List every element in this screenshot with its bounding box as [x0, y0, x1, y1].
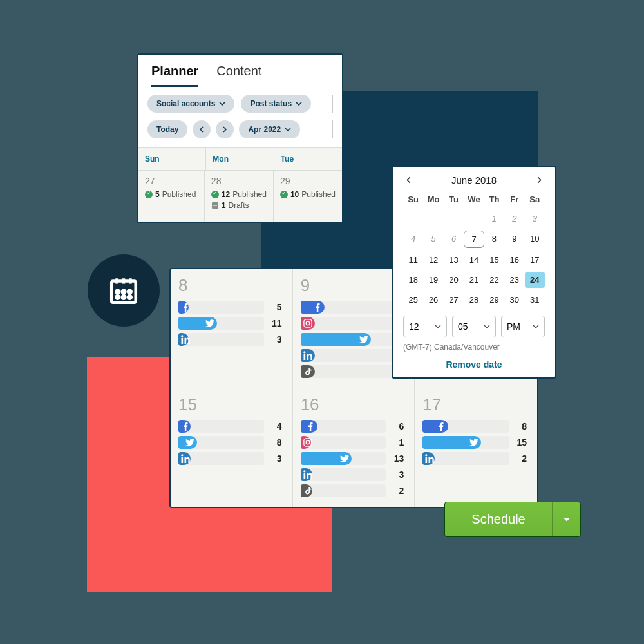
post-bar-fb[interactable]: 8	[422, 420, 529, 433]
dp-day[interactable]: 8	[484, 231, 504, 248]
post-bar-tk[interactable]: 2	[301, 484, 407, 497]
prev-button[interactable]	[193, 120, 211, 138]
tw-icon	[340, 454, 349, 463]
dp-day[interactable]: 29	[484, 292, 504, 308]
today-button[interactable]: Today	[147, 120, 187, 138]
dp-day[interactable]: 9	[504, 231, 524, 248]
dp-prev-button[interactable]	[403, 175, 413, 185]
chevron-down-icon	[484, 323, 490, 330]
post-bar-tw[interactable]: 8	[178, 436, 285, 449]
dp-day[interactable]: 28	[464, 292, 484, 308]
tw-icon	[359, 335, 368, 344]
dp-day[interactable]: 3	[525, 211, 545, 227]
filter-status-label: Post status	[250, 99, 292, 108]
dp-day[interactable]: 12	[423, 252, 443, 268]
dp-day[interactable]: 11	[403, 252, 423, 268]
filter-post-status[interactable]: Post status	[241, 95, 311, 113]
dp-day[interactable]: 15	[484, 252, 504, 268]
expanded-day-cell[interactable]: 85113	[171, 269, 293, 388]
dp-day[interactable]: 25	[403, 292, 423, 308]
dp-hour-select[interactable]: 12	[403, 316, 447, 337]
dp-day[interactable]: 18	[403, 272, 423, 288]
dp-day[interactable]: 17	[525, 252, 545, 268]
dp-day[interactable]: 14	[464, 252, 484, 268]
dp-remove-date[interactable]: Remove date	[403, 359, 545, 370]
post-bar-tw[interactable]: 15	[422, 436, 529, 449]
dp-day[interactable]: 31	[525, 292, 545, 308]
dp-day[interactable]: 24	[525, 272, 545, 288]
post-bar-tw[interactable]	[301, 333, 407, 346]
dp-day[interactable]: 20	[444, 272, 464, 288]
dp-minute-select[interactable]: 05	[452, 316, 496, 337]
expanded-date: 9	[301, 276, 407, 296]
draft-status: 1 Drafts	[211, 201, 267, 210]
svg-point-4	[116, 290, 119, 294]
mini-day-cell[interactable]: 27 5 Published	[138, 170, 205, 222]
dp-day[interactable]: 1	[484, 211, 504, 227]
dp-day[interactable]: 26	[423, 292, 443, 308]
post-bar-tw[interactable]: 13	[301, 452, 407, 465]
dp-day[interactable]: 13	[444, 252, 464, 268]
filter-social-label: Social accounts	[156, 99, 215, 108]
post-count: 3	[269, 453, 285, 464]
month-selector[interactable]: Apr 2022	[239, 120, 300, 138]
dp-day[interactable]: 23	[504, 272, 524, 288]
mini-calendar-header: SunMonTue	[138, 147, 342, 170]
dp-day[interactable]: 10	[525, 231, 545, 248]
filter-social-accounts[interactable]: Social accounts	[147, 95, 234, 113]
dp-day[interactable]: 4	[403, 231, 423, 248]
fb-icon	[437, 422, 446, 431]
post-bar-ig[interactable]: 1	[301, 436, 407, 449]
post-bar-ig[interactable]	[301, 317, 407, 330]
svg-rect-11	[213, 204, 217, 204]
expanded-day-cell[interactable]: 15483	[171, 388, 293, 507]
mini-day-cell[interactable]: 28 12 Published 1 Drafts	[205, 170, 274, 222]
chevron-left-icon	[405, 176, 412, 184]
expanded-day-cell[interactable]: 178152	[415, 388, 537, 507]
chevron-down-icon	[533, 323, 539, 330]
dp-next-button[interactable]	[535, 175, 545, 185]
post-bar-fb[interactable]	[301, 301, 407, 314]
schedule-button[interactable]: Schedule	[444, 502, 581, 537]
post-bar-tw[interactable]: 11	[178, 317, 285, 330]
schedule-dropdown[interactable]	[552, 502, 580, 536]
post-bar-li[interactable]	[301, 349, 407, 362]
month-label: Apr 2022	[248, 125, 281, 134]
dp-day[interactable]: 22	[484, 272, 504, 288]
post-bar-li[interactable]: 2	[422, 452, 529, 465]
dp-day[interactable]: 19	[423, 272, 443, 288]
chevron-left-icon	[198, 126, 205, 133]
dp-ampm-select[interactable]: PM	[501, 316, 545, 337]
next-button[interactable]	[216, 120, 234, 138]
tab-planner[interactable]: Planner	[151, 64, 198, 87]
dp-day[interactable]: 7	[464, 231, 484, 248]
dp-day[interactable]: 27	[444, 292, 464, 308]
published-status: 10 Published	[280, 190, 336, 199]
dp-day[interactable]: 5	[423, 231, 443, 248]
svg-rect-24	[304, 439, 312, 446]
mini-date: 28	[211, 176, 267, 186]
post-bar-li[interactable]: 3	[178, 333, 285, 346]
fb-icon	[313, 303, 322, 312]
post-bar-li[interactable]: 3	[178, 452, 285, 465]
expanded-date: 17	[422, 395, 529, 415]
post-bar-li[interactable]: 3	[301, 468, 407, 481]
ig-icon	[303, 319, 312, 328]
post-bar-fb[interactable]: 6	[301, 420, 407, 433]
dp-hour-value: 12	[409, 321, 419, 332]
expanded-day-cell[interactable]: 16611332	[293, 388, 415, 507]
li-icon	[425, 454, 434, 463]
dp-day[interactable]: 16	[504, 252, 524, 268]
post-bar-fb[interactable]: 4	[178, 420, 285, 433]
dp-day[interactable]: 2	[504, 211, 524, 227]
dp-day[interactable]: 6	[444, 231, 464, 248]
post-bar-tk[interactable]	[301, 365, 407, 378]
dp-day[interactable]: 21	[464, 272, 484, 288]
dp-timezone: (GMT-7) Canada/Vancouver	[403, 343, 545, 352]
dp-day[interactable]: 30	[504, 292, 524, 308]
post-bar-fb[interactable]: 5	[178, 301, 285, 314]
post-count: 3	[269, 334, 285, 345]
tab-content[interactable]: Content	[216, 64, 261, 87]
mini-day-cell[interactable]: 29 10 Published	[274, 170, 342, 222]
dp-dow: Mo	[423, 192, 443, 207]
